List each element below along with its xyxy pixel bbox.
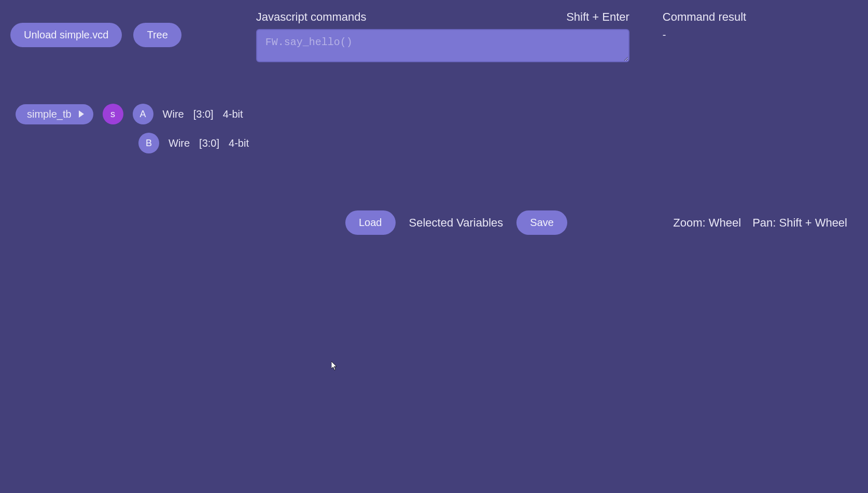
scope-pill[interactable]: simple_tb [16,104,93,124]
command-shortcut: Shift + Enter [566,10,629,24]
selected-variables-label: Selected Variables [409,216,503,230]
signal-type: Wire [169,137,190,149]
command-label: Javascript commands [256,10,367,24]
result-value: - [663,29,746,41]
cursor-icon [331,361,339,371]
command-input[interactable] [256,29,629,62]
unload-button[interactable]: Unload simple.vcd [10,23,122,47]
zoom-hint: Zoom: Wheel [673,216,741,230]
pan-hint: Pan: Shift + Wheel [752,216,847,230]
load-button[interactable]: Load [345,210,396,235]
signal-badge-a[interactable]: A [133,104,153,124]
signal-type: Wire [163,108,184,120]
signal-width: 4-bit [229,137,249,149]
signal-width: 4-bit [223,108,243,120]
result-label: Command result [663,10,746,24]
play-icon [79,110,84,118]
signal-badge-b[interactable]: B [138,133,159,153]
signal-range: [3:0] [193,108,214,120]
scope-name: simple_tb [27,108,72,120]
save-button[interactable]: Save [516,210,567,235]
signal-range: [3:0] [199,137,219,149]
scope-badge[interactable]: s [103,104,123,124]
tree-button[interactable]: Tree [133,23,181,47]
